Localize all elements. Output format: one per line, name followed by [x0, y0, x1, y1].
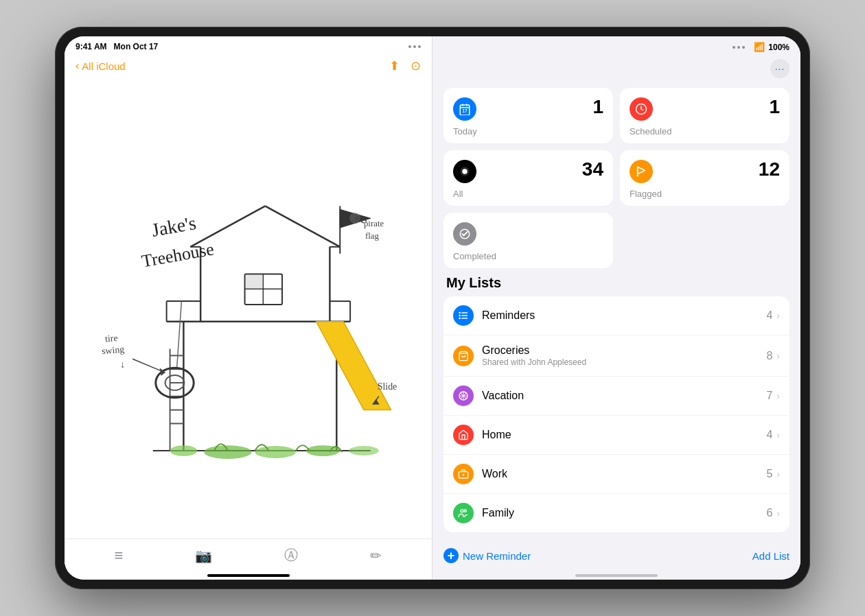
family-list-text: Family — [482, 507, 766, 519]
home-list-text: Home — [482, 429, 766, 441]
notes-date: Mon Oct 17 — [114, 42, 159, 51]
list-item-family[interactable]: Family 6 › — [443, 494, 789, 532]
more-options-button[interactable]: ··· — [770, 59, 789, 78]
svg-rect-13 — [246, 274, 263, 288]
compose-icon[interactable]: ✏ — [370, 547, 382, 564]
my-lists-section: My Lists — [443, 275, 789, 532]
notes-toolbar: ‹ All iCloud ⬆ ⊙ — [65, 54, 432, 78]
home-list-name: Home — [482, 429, 766, 441]
list-item-groceries[interactable]: Groceries Shared with John Appleseed 8 › — [443, 335, 789, 377]
svg-line-7 — [265, 206, 340, 246]
reminders-list-icon — [453, 305, 474, 326]
status-icons: 📶 100% — [733, 42, 789, 52]
svg-point-31 — [349, 213, 360, 224]
reminders-list-name: Reminders — [482, 309, 766, 322]
svg-point-68 — [464, 510, 466, 512]
smart-list-all[interactable]: 34 All — [443, 150, 613, 206]
smart-list-all-top: 34 — [453, 160, 603, 183]
notes-panel: 9:41 AM Mon Oct 17 ‹ All iCloud ⬆ ⊙ — [65, 36, 432, 580]
svg-text:tire: tire — [104, 333, 118, 344]
list-item-work[interactable]: Work 5 › — [443, 455, 789, 494]
completed-icon — [453, 222, 476, 246]
groceries-list-right: 8 › — [766, 350, 780, 362]
groceries-list-name: Groceries — [482, 344, 766, 357]
notes-status-dots — [408, 45, 421, 48]
scheduled-count: 1 — [769, 97, 780, 117]
vacation-list-name: Vacation — [482, 390, 766, 402]
family-count: 6 — [766, 507, 772, 519]
camera-icon[interactable]: 📷 — [195, 547, 212, 564]
reminders-chevron-icon: › — [776, 310, 780, 321]
smart-list-today[interactable]: 17 1 Today — [443, 88, 613, 143]
add-list-button[interactable]: Add List — [752, 550, 789, 562]
lists-container: Reminders 4 › — [443, 296, 789, 532]
reminders-status-bar: 📶 100% — [432, 36, 800, 55]
plus-icon: + — [443, 548, 459, 563]
home-indicator-left — [207, 574, 290, 577]
flagged-label: Flagged — [630, 189, 780, 199]
reminders-bottom: + New Reminder Add List — [432, 538, 800, 574]
notes-toolbar-icons: ⬆ ⊙ — [389, 58, 421, 73]
smart-list-completed[interactable]: Completed — [443, 213, 613, 268]
notes-content: Jake's Treehouse tire swing ↓ Slide — [65, 78, 432, 538]
smart-list-flagged-top: 12 — [630, 160, 780, 183]
today-count: 1 — [592, 97, 603, 117]
home-indicator-right — [575, 574, 658, 577]
work-list-icon — [453, 464, 474, 484]
vacation-list-right: 7 › — [766, 390, 780, 402]
reminders-list-text: Reminders — [482, 309, 766, 322]
home-count: 4 — [766, 429, 772, 441]
my-lists-title: My Lists — [443, 275, 789, 291]
pen-icon[interactable]: Ⓐ — [284, 546, 298, 565]
groceries-chevron-icon: › — [776, 351, 780, 362]
notes-bottom-toolbar: ≡ 📷 Ⓐ ✏ — [65, 538, 432, 574]
reminders-panel: 📶 100% ··· — [432, 36, 800, 580]
share-icon[interactable]: ⬆ — [389, 58, 400, 73]
svg-text:Treehouse: Treehouse — [140, 239, 216, 271]
vacation-count: 7 — [766, 390, 772, 402]
checklist-icon[interactable]: ≡ — [115, 547, 124, 565]
svg-text:pirate: pirate — [364, 219, 384, 228]
more-options-icon[interactable]: ⊙ — [411, 58, 421, 73]
completed-label: Completed — [453, 251, 603, 261]
svg-point-61 — [459, 318, 461, 320]
list-item-vacation[interactable]: Vacation 7 › — [443, 377, 789, 416]
svg-text:swing: swing — [101, 344, 124, 357]
svg-point-60 — [459, 315, 461, 317]
all-count: 34 — [582, 160, 603, 179]
work-list-right: 5 › — [766, 468, 780, 480]
smart-list-flagged[interactable]: 12 Flagged — [620, 150, 789, 206]
list-item-home[interactable]: Home 4 › — [443, 416, 789, 455]
groceries-subtitle: Shared with John Appleseed — [482, 357, 766, 367]
groceries-list-text: Groceries Shared with John Appleseed — [482, 344, 766, 367]
sketch-area: Jake's Treehouse tire swing ↓ Slide — [65, 78, 432, 538]
home-list-icon — [453, 425, 474, 445]
notes-status-bar: 9:41 AM Mon Oct 17 — [65, 36, 432, 54]
svg-point-34 — [255, 446, 295, 458]
ipad-device: 9:41 AM Mon Oct 17 ‹ All iCloud ⬆ ⊙ — [55, 27, 810, 589]
svg-line-26 — [176, 301, 181, 369]
family-chevron-icon: › — [776, 508, 780, 519]
home-chevron-icon: › — [776, 429, 780, 440]
reminders-list-right: 4 › — [766, 309, 780, 322]
family-list-name: Family — [482, 507, 766, 519]
svg-marker-14 — [316, 322, 391, 410]
notes-status-left: 9:41 AM Mon Oct 17 — [76, 42, 158, 51]
vacation-chevron-icon: › — [776, 390, 780, 401]
new-reminder-label: New Reminder — [463, 550, 531, 562]
smart-list-scheduled-top: 1 — [630, 97, 780, 121]
smart-list-scheduled[interactable]: 1 Scheduled — [620, 88, 789, 143]
back-button[interactable]: ‹ All iCloud — [76, 60, 126, 72]
svg-text:Slide: Slide — [378, 381, 397, 392]
reminders-status-dots — [733, 46, 745, 49]
svg-point-33 — [204, 445, 251, 459]
svg-point-32 — [170, 445, 198, 456]
new-reminder-button[interactable]: + New Reminder — [443, 548, 531, 563]
svg-point-36 — [349, 446, 379, 455]
wifi-icon: 📶 — [754, 42, 765, 52]
work-list-text: Work — [482, 468, 766, 480]
list-item-reminders[interactable]: Reminders 4 › — [443, 296, 789, 335]
notes-sketch-svg: Jake's Treehouse tire swing ↓ Slide — [65, 78, 432, 538]
groceries-list-icon — [453, 346, 474, 366]
svg-point-54 — [462, 169, 468, 174]
